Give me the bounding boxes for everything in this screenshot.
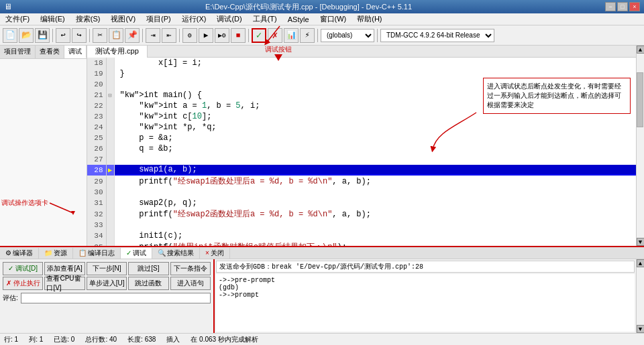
title-bar-title: E:\Dev-Cpp\源代码\测试专用.cpp - [Debugging] - … <box>12 2 605 12</box>
code-line-26[interactable]: 26 q = &b; <box>87 143 636 154</box>
code-line-24[interactable]: 24 "kw">int *p, *q; <box>87 122 636 133</box>
toolbar-sep-6 <box>317 29 318 42</box>
menu-debug[interactable]: 调试(D) <box>214 13 244 25</box>
bottom-scrollbar[interactable]: ▲ ▼ <box>636 259 644 333</box>
cut-button[interactable]: ✂ <box>93 28 107 43</box>
gdb-output-line: ->->pre-prompt <box>219 277 632 284</box>
stop-exec-button[interactable]: ✗ 停止执行 <box>3 277 43 290</box>
run-button[interactable]: ▶ <box>199 28 213 43</box>
editor-panel: 测试专用.cpp 18 x[i] = i;19}2021⊟"kw">int ma… <box>87 46 636 246</box>
line-marker <box>106 230 114 241</box>
compile-button[interactable]: ⚙ <box>182 28 197 43</box>
menu-run[interactable]: 运行(X) <box>179 13 209 25</box>
line-marker <box>106 208 114 220</box>
code-area[interactable]: 18 x[i] = i;19}2021⊟"kw">int main() {22 … <box>87 58 636 246</box>
cpu-window-button[interactable]: 查看CPU窗口[V] <box>44 277 85 290</box>
new-button[interactable]: 📄 <box>3 28 17 43</box>
compile-run-button[interactable]: ▶⚙ <box>215 28 229 43</box>
line-number: 33 <box>87 220 106 230</box>
debug-bar-button[interactable]: 📊 <box>284 28 299 43</box>
minimize-button[interactable]: − <box>605 2 616 11</box>
line-marker: ⊟ <box>106 90 114 100</box>
paste-button[interactable]: 📌 <box>125 28 140 43</box>
line-number: 34 <box>87 230 106 241</box>
menu-window[interactable]: 窗口(W) <box>317 13 350 25</box>
line-content: printf("经swap2函数处理后a = %d, b = %d\n", a,… <box>114 208 636 220</box>
eval-input[interactable] <box>21 293 211 303</box>
maximize-button[interactable]: □ <box>617 2 628 11</box>
enter-stmt-button[interactable]: 进入语句 <box>170 277 211 290</box>
tab-class[interactable]: 查看类 <box>36 46 64 58</box>
line-content <box>114 220 636 230</box>
bottom-tab-close[interactable]: × 关闭 <box>200 248 230 259</box>
next-instruction-button[interactable]: 下一条指令 <box>170 262 211 275</box>
menu-help[interactable]: 帮助(H) <box>354 13 384 25</box>
bottom-tab-debug[interactable]: ✓ 调试 <box>121 248 152 259</box>
indent-button[interactable]: ⇥ <box>146 28 160 43</box>
skip-button[interactable]: 跳过[S] <box>128 262 168 275</box>
add-watch-button[interactable]: 添加查看[A] <box>44 262 85 275</box>
code-line-32[interactable]: 32 printf("经swap2函数处理后a = %d, b = %d\n",… <box>87 208 636 220</box>
code-line-31[interactable]: 31 swap2(p, q); <box>87 198 636 208</box>
line-marker <box>106 220 114 230</box>
code-line-27[interactable]: 27 <box>87 154 636 165</box>
undo-button[interactable]: ↩ <box>56 28 70 43</box>
debug-tab-icon: ✓ <box>126 249 131 257</box>
close-button[interactable]: × <box>629 2 640 11</box>
menu-search[interactable]: 搜索(S) <box>73 13 103 25</box>
unindent-button[interactable]: ⇤ <box>162 28 176 43</box>
title-bar-controls: − □ × <box>605 2 640 11</box>
debug-start-button[interactable]: ✓ 调试[D] <box>3 262 43 275</box>
line-marker <box>106 100 114 111</box>
menu-bar: 文件(F) 编辑(E) 搜索(S) 视图(V) 项目(P) 运行(X) 调试(D… <box>0 13 644 25</box>
compiler-select[interactable]: TDM-GCC 4.9.2 64-bit Release <box>380 29 494 42</box>
bottom-tab-compiler[interactable]: ⚙ 编译器 <box>0 248 39 259</box>
bottom-tab-complog[interactable]: 📋 编译日志 <box>73 248 121 259</box>
bottom-content: ✓ 调试[D] 添加查看[A] 下一步[N] 跳过[S] 下一条指令 ✗ 停止执… <box>0 259 644 333</box>
line-marker <box>106 122 114 133</box>
code-line-29[interactable]: 29 printf("经swap1函数处理后a = %d, b = %d\n",… <box>87 176 636 187</box>
code-line-18[interactable]: 18 x[i] = i; <box>87 58 636 68</box>
bottom-tabs: ⚙ 编译器 📁 资源 📋 编译日志 ✓ 调试 🔍 搜索结果 × 关闭 <box>0 247 644 259</box>
line-content: init1(c); <box>114 230 636 241</box>
title-bar-icon: 🖥 <box>4 2 12 11</box>
menu-tools[interactable]: 工具(T) <box>250 13 280 25</box>
code-line-30[interactable]: 30 <box>87 187 636 198</box>
debug-x-button[interactable]: ✗ <box>268 28 282 43</box>
save-button[interactable]: 💾 <box>35 28 50 43</box>
bottom-tab-search[interactable]: 🔍 搜索结果 <box>152 248 200 259</box>
menu-project[interactable]: 项目(P) <box>144 13 174 25</box>
menu-edit[interactable]: 编辑(E) <box>38 13 68 25</box>
debug-step-button[interactable]: ⚡ <box>300 28 315 43</box>
resources-icon: 📁 <box>44 249 52 257</box>
globals-dropdown[interactable]: (globals) <box>321 29 374 42</box>
code-line-35[interactable]: 35 printf("使用init函数对数组c赋值后结果如下：\n"); <box>87 241 636 246</box>
menu-astyle[interactable]: AStyle <box>285 15 312 24</box>
line-marker <box>106 143 114 154</box>
skip-function-button[interactable]: 跳过函数 <box>128 277 168 290</box>
menu-view[interactable]: 视图(V) <box>108 13 138 25</box>
code-line-28[interactable]: 28▶ swap1(a, b); <box>87 165 636 176</box>
next-step-button[interactable]: 下一步[N] <box>87 262 127 275</box>
line-number: 30 <box>87 187 106 198</box>
open-button[interactable]: 📂 <box>19 28 34 43</box>
step-into-button[interactable]: 单步进入[U] <box>87 277 127 290</box>
redo-button[interactable]: ↪ <box>72 28 87 43</box>
vertical-scrollbar[interactable]: ▲ ▼ <box>636 46 644 246</box>
copy-button[interactable]: 📋 <box>109 28 123 43</box>
line-number: 18 <box>87 58 106 68</box>
code-line-34[interactable]: 34 init1(c); <box>87 230 636 241</box>
code-line-33[interactable]: 33 <box>87 220 636 230</box>
debug-check-button[interactable]: ✓ <box>252 28 266 43</box>
status-length: 长度: 638 <box>127 335 156 344</box>
editor-tab-file[interactable]: 测试专用.cpp <box>87 46 148 58</box>
gdb-command-input[interactable] <box>216 261 635 273</box>
menu-file[interactable]: 文件(F) <box>3 13 32 25</box>
bottom-tab-resources[interactable]: 📁 资源 <box>39 248 73 259</box>
code-line-25[interactable]: 25 p = &a; <box>87 133 636 143</box>
tab-project[interactable]: 项目管理 <box>0 46 36 58</box>
stop-button[interactable]: ■ <box>231 28 246 43</box>
toolbar-sep-4 <box>179 29 180 42</box>
title-bar: 🖥 E:\Dev-Cpp\源代码\测试专用.cpp - [Debugging] … <box>0 0 644 13</box>
tab-debug[interactable]: 调试 <box>64 46 87 58</box>
